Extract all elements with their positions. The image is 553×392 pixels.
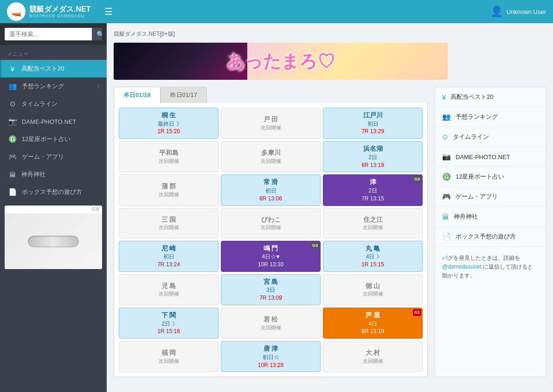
venue-cell[interactable]: 住之江次回開催 [323,208,423,238]
sidebar-item-box[interactable]: 📄 ボックス予想の遊び方 [0,183,107,201]
bug-report-text-before: バグを発見したときは、詳細を [442,255,520,261]
venue-status: 次回開催 [363,224,383,231]
search-box: 🔍 [0,23,107,45]
venue-time: 6R 13:19 [361,161,384,169]
sidebar-ad[interactable]: 広告 [5,206,102,269]
venue-cell[interactable]: 戸 田次回開催 [221,108,321,139]
venue-cell[interactable]: 児 島次回開催 [119,274,219,305]
venue-cell[interactable]: G3津2日7R 13:15 [323,174,423,206]
sidebar-item-horoscope[interactable]: ♎ 12星座ボート占い [0,130,107,148]
sidebar-item-horoscope-label: 12星座ボート占い [22,135,71,143]
left-panel: 本日01/18 昨日01/17 桐 生最終日☽1R 15:20戸 田次回開催江戸… [114,87,428,377]
venue-cell[interactable]: びわこ次回開催 [221,208,321,238]
venue-name: 宮 島 [264,277,278,287]
venue-name: 徳 山 [366,282,380,291]
venue-cell[interactable]: 三 国次回開催 [119,208,219,238]
venue-name: 児 島 [161,282,176,291]
document-icon-right: 📄 [442,232,451,241]
bug-report-link[interactable]: @damedasunet [442,263,482,270]
sidebar-item-best20[interactable]: ¥ 高配当ベスト20 [0,60,107,77]
venue-day: 2日☽ [162,320,176,328]
right-menu-box-label: ボックス予想の遊び方 [456,232,516,241]
venue-day: 4日 [368,320,377,328]
venue-cell[interactable]: 浜名湖2日6R 13:19 [323,141,423,172]
sidebar-item-shrine[interactable]: 🏛 神舟神社 [0,166,107,183]
document-icon: 📄 [8,188,17,196]
venue-cell[interactable]: 丸 亀4日☽1R 15:15 [323,241,423,272]
venue-day: 最終日☽ [158,120,180,128]
sidebar-item-game[interactable]: 🎮 ゲーム・アプリ [0,148,107,166]
search-input-wrap: 🔍 [5,28,102,40]
shrine-icon-right: 🏛 [442,213,449,221]
sidebar-item-dame-photo[interactable]: 📷 DAME-PHOTO.NET [0,113,107,130]
logo-text: 競艇ダメダス.NET BOATRACE DAMEDASU [29,5,90,19]
tabs: 本日01/18 昨日01/17 [114,87,428,103]
venue-cell[interactable]: 大 村次回開催 [323,341,423,372]
venue-status: 次回開催 [159,224,179,231]
search-button[interactable]: 🔍 [92,28,102,40]
venue-name: 蒲 郡 [161,182,176,191]
clock-icon-right: ⊙ [442,133,448,141]
venue-name: 唐 津 [264,344,278,353]
venue-cell[interactable]: G3鳴 門4日☆♥10R 13:30 [221,241,321,272]
venue-cell[interactable]: 福 岡次回開催 [119,341,219,372]
sidebar-item-shrine-label: 神舟神社 [21,170,45,179]
banner-text: あったまろ♡ [227,50,335,73]
clock-icon: ⊙ [8,100,17,108]
venue-name: 桐 生 [161,111,176,120]
venue-day: 4日☆♥ [262,253,280,261]
right-menu-ranking[interactable]: 👥 予想ランキング [435,107,546,127]
right-menu-shrine-label: 神舟神社 [454,212,478,221]
venue-time: 7R 13:24 [157,261,180,269]
search-input[interactable] [5,28,92,40]
breadcrumb: 競艇ダメダス.NET[β+版] [114,30,546,38]
game-icon: 🎮 [8,153,17,161]
hamburger-button[interactable]: ☰ [104,6,113,17]
right-menu-shrine[interactable]: 🏛 神舟神社 [435,207,546,227]
right-menu-box[interactable]: 📄 ボックス予想の遊び方 [435,227,546,247]
venue-cell[interactable]: 江戸川初日7R 13:29 [323,108,423,139]
right-menu-timeline-label: タイムライン [453,133,489,141]
venue-cell[interactable]: 多摩川次回開催 [221,141,321,172]
venue-cell[interactable]: 徳 山次回開催 [323,274,423,305]
tab-today[interactable]: 本日01/18 [114,87,161,103]
users-icon-right: 👥 [442,113,451,121]
sidebar-item-timeline[interactable]: ⊙ タイムライン [0,95,107,113]
banner[interactable]: あったまろ♡ [114,43,448,80]
tab-yesterday[interactable]: 昨日01/17 [161,87,207,103]
right-menu-ranking-label: 予想ランキング [456,113,498,121]
header-right: 👤 Unknown User [490,6,546,18]
logo-sub: BOATRACE DAMEDASU [29,13,90,19]
right-menu-game[interactable]: 🎮 ゲーム・アプリ [435,187,546,207]
venue-cell[interactable]: G1芦 屋4日6R 13:19 [323,308,423,339]
venue-name: 多摩川 [261,148,281,158]
right-menu-horoscope[interactable]: ♎ 12星座ボート占い [435,167,546,187]
venue-cell[interactable]: 常 滑初日6R 13:06 [221,174,321,206]
sidebar-item-dame-photo-label: DAME-PHOTO.NET [22,118,77,125]
venue-day: 2日 [368,187,377,195]
venue-status: 次回開催 [159,191,179,198]
venue-time: 1R 15:20 [157,128,180,135]
right-menu-timeline[interactable]: ⊙ タイムライン [435,127,546,147]
venue-cell[interactable]: 尼 崎初日7R 13:24 [119,241,219,272]
venue-cell[interactable]: 下 関2日☽1R 15:16 [119,308,219,339]
venue-time: 6R 13:19 [361,328,384,335]
venue-cell[interactable]: 唐 津初日☆10R 13:28 [221,341,321,372]
venue-cell[interactable]: 宮 島3日7R 13:09 [221,274,321,305]
right-menu-best20[interactable]: ¥ 高配当ベスト20 [435,87,546,107]
right-panel: ¥ 高配当ベスト20 👥 予想ランキング ⊙ タイムライン 📷 DAME-PHO… [435,87,546,377]
venue-name: 津 [370,178,376,187]
right-menu-dame-photo-label: DAME-PHOTO.NET [456,154,510,161]
sidebar-item-ranking[interactable]: 👥 予想ランキング 〈 [0,77,107,95]
username-label: Unknown User [507,8,546,15]
main-layout: 🔍 メニュー ¥ 高配当ベスト20 👥 予想ランキング 〈 ⊙ タイムライン 📷… [0,23,553,392]
right-menu-dame-photo[interactable]: 📷 DAME-PHOTO.NET [435,147,546,167]
venue-cell[interactable]: 平和島次回開催 [119,141,219,172]
venue-cell[interactable]: 蒲 郡次回開催 [119,174,219,206]
venue-cell[interactable]: 桐 生最終日☽1R 15:20 [119,108,219,139]
venue-name: 三 国 [161,215,176,225]
venue-name: 大 村 [366,348,380,358]
venue-time: 1R 15:15 [361,261,384,269]
venue-cell[interactable]: 若 松次回開催 [221,308,321,339]
venue-name: 平和島 [159,148,179,158]
